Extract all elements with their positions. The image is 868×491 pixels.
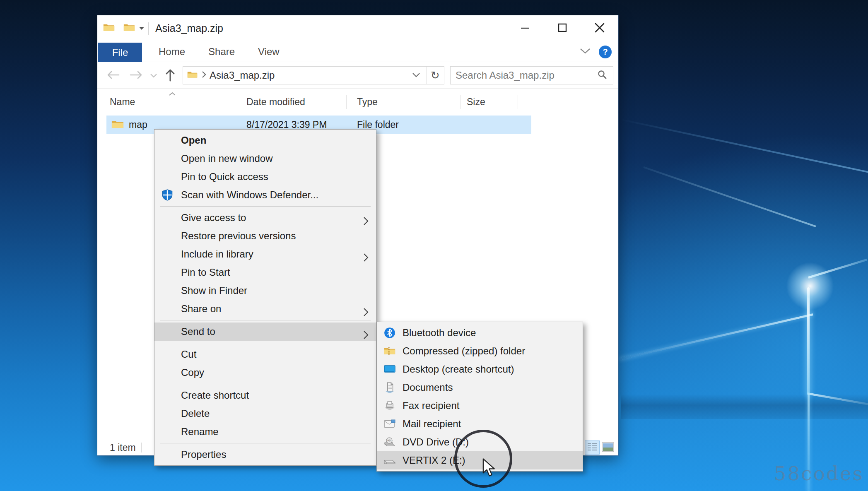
menu-item-label: Create shortcut	[181, 390, 249, 401]
menu-item-properties[interactable]: Properties	[154, 445, 376, 464]
menu-item-pin-to-quick-access[interactable]: Pin to Quick access	[154, 168, 376, 186]
menu-item-copy[interactable]: Copy	[154, 363, 376, 382]
column-headers: Name Date modified Type Size	[97, 93, 618, 112]
thumbnail-view-button[interactable]	[601, 441, 615, 454]
search-box	[450, 66, 613, 84]
menu-separator	[160, 343, 371, 343]
search-icon[interactable]	[597, 70, 607, 81]
tab-home[interactable]: Home	[147, 41, 197, 62]
minimize-button[interactable]	[506, 15, 544, 41]
close-button[interactable]	[581, 15, 618, 41]
menu-item-rename[interactable]: Rename	[154, 423, 376, 441]
back-button[interactable]	[106, 68, 121, 83]
menu-item-cut[interactable]: Cut	[154, 345, 376, 363]
column-divider[interactable]	[461, 95, 461, 109]
menu-item-label: Copy	[181, 367, 204, 378]
submenu-item-label: Bluetooth device	[403, 327, 476, 338]
watermark: 58codes	[774, 462, 864, 485]
submenu-item-bluetooth-device[interactable]: Bluetooth device	[377, 324, 583, 342]
dvd-drive-icon: DVD	[383, 436, 396, 448]
menu-item-pin-to-start[interactable]: Pin to Start	[154, 263, 376, 282]
menu-item-restore-previous-versions[interactable]: Restore previous versions	[154, 227, 376, 245]
qat-folder-icon[interactable]	[123, 23, 135, 34]
address-folder-icon	[187, 70, 198, 81]
back-icon	[106, 70, 120, 81]
column-divider[interactable]	[518, 95, 518, 109]
qat-customize-dropdown-icon[interactable]	[139, 27, 144, 30]
search-input[interactable]	[451, 70, 597, 81]
ribbon-right-controls: ?	[580, 41, 612, 62]
column-header-size[interactable]: Size	[467, 96, 485, 108]
submenu-item-label: Desktop (create shortcut)	[403, 363, 514, 375]
column-divider[interactable]	[242, 95, 242, 109]
file-type: File folder	[357, 119, 399, 130]
menu-item-label: Include in library	[181, 248, 253, 260]
recent-locations-chevron-icon[interactable]	[148, 68, 159, 83]
submenu-item-fax-recipient[interactable]: Fax recipient	[377, 397, 583, 415]
submenu-item-desktop-create-shortcut[interactable]: Desktop (create shortcut)	[377, 360, 583, 378]
submenu-item-documents[interactable]: Documents	[377, 378, 583, 397]
toolbar-separator	[119, 22, 119, 35]
maximize-button[interactable]	[544, 15, 581, 41]
details-view-icon	[587, 442, 598, 453]
menu-item-share-on[interactable]: Share on	[154, 300, 376, 318]
breadcrumb-chevron-icon[interactable]	[202, 71, 206, 80]
zipped-folder-icon	[383, 345, 396, 357]
up-icon	[165, 68, 175, 83]
submenu-item-label: Compressed (zipped) folder	[403, 345, 525, 356]
toolbar-separator	[148, 22, 149, 35]
menu-item-open-in-new-window[interactable]: Open in new window	[154, 149, 376, 168]
window-title: Asia3_map.zip	[155, 22, 223, 34]
menu-item-create-shortcut[interactable]: Create shortcut	[154, 386, 376, 404]
wallpaper-light-beam	[808, 259, 867, 279]
address-bar-row: Asia3_map.zip ↻	[97, 62, 618, 89]
removable-drive-icon	[383, 454, 396, 467]
desktop-icon	[383, 363, 396, 375]
submenu-item-label: Documents	[403, 382, 453, 393]
menu-item-send-to[interactable]: Send to	[154, 323, 376, 341]
refresh-button[interactable]: ↻	[427, 67, 444, 84]
details-view-button[interactable]	[585, 441, 599, 454]
menu-item-scan-with-windows-defender[interactable]: Scan with Windows Defender...	[154, 186, 376, 204]
context-menu: Open Open in new window Pin to Quick acc…	[154, 129, 376, 466]
wallpaper-glow-point	[786, 262, 834, 310]
menu-item-label: Delete	[181, 408, 210, 419]
menu-item-show-in-finder[interactable]: Show in Finder	[154, 282, 376, 300]
address-dropdown-chevron-icon[interactable]	[412, 72, 420, 79]
menu-item-include-in-library[interactable]: Include in library	[154, 245, 376, 263]
menu-item-label: Open	[181, 135, 206, 146]
menu-item-label: Open in new window	[181, 153, 272, 164]
tab-file[interactable]: File	[98, 43, 142, 62]
column-header-date-modified[interactable]: Date modified	[246, 96, 305, 108]
menu-item-label: Pin to Quick access	[181, 171, 268, 182]
menu-separator	[160, 320, 371, 320]
refresh-icon: ↻	[431, 70, 440, 81]
mouse-cursor	[482, 458, 496, 480]
address-bar[interactable]: Asia3_map.zip ↻	[183, 66, 444, 84]
help-button[interactable]: ?	[599, 46, 612, 58]
menu-item-delete[interactable]: Delete	[154, 404, 376, 423]
ribbon-tabs: File Home Share View	[97, 41, 618, 62]
thumbnail-view-icon	[602, 442, 614, 453]
column-header-type[interactable]: Type	[357, 96, 378, 108]
fax-icon	[383, 400, 396, 412]
submenu-item-compressed-zipped-folder[interactable]: Compressed (zipped) folder	[377, 342, 583, 360]
window-controls	[506, 15, 618, 41]
menu-item-open[interactable]: Open	[154, 131, 376, 149]
expand-ribbon-chevron-icon[interactable]	[580, 48, 591, 55]
close-icon	[594, 22, 605, 34]
menu-separator	[160, 443, 371, 443]
breadcrumb-path[interactable]: Asia3_map.zip	[210, 70, 412, 81]
up-button[interactable]	[163, 68, 178, 83]
wallpaper-light-beam	[620, 118, 868, 173]
submenu-arrow-icon	[363, 327, 369, 345]
column-divider[interactable]	[346, 95, 347, 109]
column-header-name[interactable]: Name	[110, 96, 135, 108]
tab-view[interactable]: View	[246, 41, 291, 62]
submenu-item-label: Mail recipient	[403, 418, 461, 429]
submenu-item-label: Fax recipient	[403, 400, 459, 411]
forward-button[interactable]	[129, 68, 144, 83]
menu-item-give-access-to[interactable]: Give access to	[154, 209, 376, 227]
tab-share[interactable]: Share	[197, 41, 246, 62]
menu-item-label: Restore previous versions	[181, 230, 296, 241]
